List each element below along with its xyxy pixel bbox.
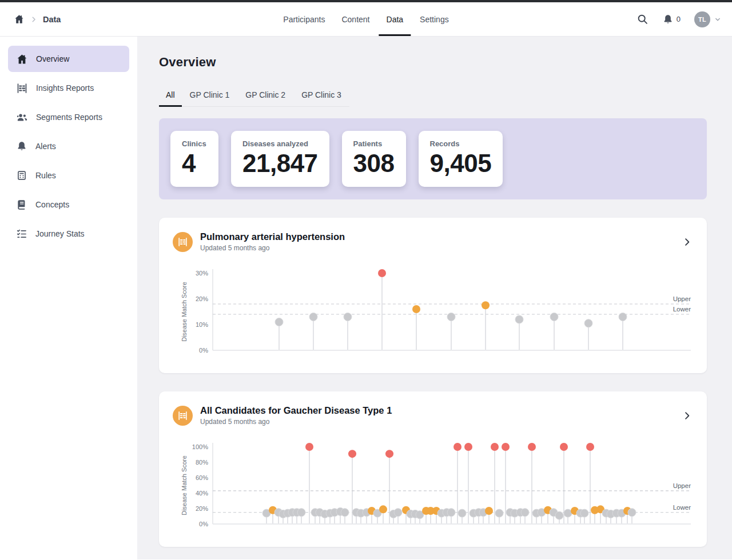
stat-value: 9,405	[430, 149, 492, 177]
sidebar-item-journey-stats[interactable]: Journey Stats	[8, 221, 129, 247]
stat-value: 4	[182, 149, 207, 177]
data-point[interactable]	[447, 313, 455, 321]
y-axis-label: Disease Match Score	[181, 282, 188, 342]
sidebar-item-label: Segments Reports	[36, 113, 102, 122]
data-point[interactable]	[586, 443, 594, 451]
data-point[interactable]	[385, 450, 393, 458]
clinic-tabs: All GP Clinic 1 GP Clinic 2 GP Clinic 3	[159, 90, 349, 107]
sidebar: Overview Insights Reports Segments Repor…	[0, 37, 137, 559]
data-point[interactable]	[458, 509, 466, 517]
topbar: Data Participants Content Data Settings …	[0, 2, 732, 37]
home-icon[interactable]	[14, 14, 25, 25]
data-point[interactable]	[580, 509, 588, 517]
home-icon	[16, 53, 28, 65]
sidebar-item-label: Journey Stats	[35, 229, 85, 238]
user-menu: TL	[694, 11, 722, 27]
stat-card-diseases-analyzed: Diseases analyzed 21,847	[231, 131, 329, 187]
stat-label: Patients	[353, 139, 395, 148]
sidebar-item-alerts[interactable]: Alerts	[8, 133, 129, 159]
data-point[interactable]	[378, 269, 386, 277]
notifications-button[interactable]: 0	[662, 14, 681, 25]
top-nav-data[interactable]: Data	[379, 2, 411, 36]
sidebar-item-insights-reports[interactable]: Insights Reports	[8, 75, 129, 101]
top-nav-content[interactable]: Content	[334, 2, 377, 36]
report-abacus-icon	[173, 406, 193, 426]
sidebar-item-label: Alerts	[35, 142, 56, 151]
tab-all[interactable]: All	[159, 90, 182, 106]
chart-header: All Candidates for Gaucher Disease Type …	[173, 405, 693, 426]
data-point[interactable]	[482, 302, 490, 310]
data-point[interactable]	[344, 313, 352, 321]
data-point[interactable]	[297, 509, 305, 517]
y-tick-label: 0%	[199, 521, 208, 527]
chevron-down-icon[interactable]	[714, 15, 722, 23]
tab-gp-clinic-1[interactable]: GP Clinic 1	[182, 90, 238, 106]
bell-icon	[662, 14, 674, 25]
data-point[interactable]	[348, 450, 356, 458]
data-point[interactable]	[550, 313, 558, 321]
data-point[interactable]	[309, 313, 317, 321]
data-point[interactable]	[628, 509, 636, 517]
data-point[interactable]	[447, 509, 455, 517]
sidebar-item-label: Concepts	[35, 200, 69, 209]
chevron-right-icon[interactable]	[682, 237, 692, 247]
sidebar-item-concepts[interactable]: Concepts	[8, 191, 129, 218]
users-icon	[16, 111, 28, 123]
sidebar-item-label: Overview	[36, 54, 69, 63]
y-tick-label: 40%	[196, 490, 208, 497]
data-point[interactable]	[502, 443, 510, 451]
bell-icon	[16, 141, 27, 152]
lollipop-chart: 0%20%40%60%80%100%Disease Match ScoreUpp…	[178, 439, 692, 537]
notifications-count: 0	[677, 15, 681, 23]
avatar[interactable]: TL	[694, 11, 710, 27]
chart-updated: Updated 5 months ago	[200, 418, 392, 426]
data-point[interactable]	[515, 315, 523, 323]
top-nav-participants[interactable]: Participants	[276, 2, 332, 36]
lollipop-chart: 0%10%20%30%Disease Match ScoreUpperLower	[178, 266, 692, 363]
data-point[interactable]	[341, 509, 349, 517]
stat-label: Records	[430, 139, 492, 148]
data-point[interactable]	[491, 443, 499, 451]
data-point[interactable]	[564, 509, 572, 517]
breadcrumb: Data	[14, 14, 61, 25]
data-point[interactable]	[453, 443, 462, 451]
data-point[interactable]	[379, 506, 387, 514]
page-title: Overview	[159, 55, 707, 70]
calculator-icon	[16, 170, 27, 181]
report-abacus-icon	[173, 232, 193, 252]
y-tick-label: 30%	[196, 270, 208, 277]
tab-gp-clinic-2[interactable]: GP Clinic 2	[237, 90, 293, 106]
data-point[interactable]	[560, 443, 568, 451]
data-point[interactable]	[521, 509, 529, 517]
data-point[interactable]	[394, 509, 402, 517]
sidebar-item-overview[interactable]: Overview	[8, 46, 129, 72]
y-axis-label: Disease Match Score	[181, 455, 188, 515]
y-tick-label: 0%	[199, 347, 208, 354]
lower-threshold-label: Lower	[673, 504, 691, 511]
data-point[interactable]	[485, 507, 493, 515]
chart-updated: Updated 5 months ago	[200, 244, 345, 252]
sidebar-item-label: Rules	[35, 171, 56, 180]
chevron-right-icon[interactable]	[682, 411, 692, 421]
data-point[interactable]	[555, 511, 563, 519]
sidebar-item-rules[interactable]: Rules	[8, 162, 129, 189]
data-point[interactable]	[528, 443, 536, 451]
data-point[interactable]	[412, 305, 420, 313]
data-point[interactable]	[464, 443, 472, 451]
data-point[interactable]	[305, 443, 313, 451]
sidebar-item-segments-reports[interactable]: Segments Reports	[8, 104, 129, 130]
data-point[interactable]	[584, 319, 592, 327]
data-point[interactable]	[275, 318, 283, 326]
data-point[interactable]	[619, 313, 627, 321]
top-nav-settings[interactable]: Settings	[412, 2, 456, 36]
stat-value: 308	[353, 149, 395, 177]
y-tick-label: 60%	[196, 474, 208, 481]
y-tick-label: 10%	[196, 321, 208, 328]
stats-panel: Clinics 4 Diseases analyzed 21,847 Patie…	[159, 118, 707, 199]
lower-threshold-label: Lower	[673, 306, 691, 313]
y-tick-label: 80%	[196, 459, 208, 466]
data-point[interactable]	[495, 509, 503, 517]
search-icon[interactable]	[636, 13, 649, 25]
tab-gp-clinic-3[interactable]: GP Clinic 3	[293, 90, 349, 106]
top-nav: Participants Content Data Settings	[276, 2, 456, 36]
